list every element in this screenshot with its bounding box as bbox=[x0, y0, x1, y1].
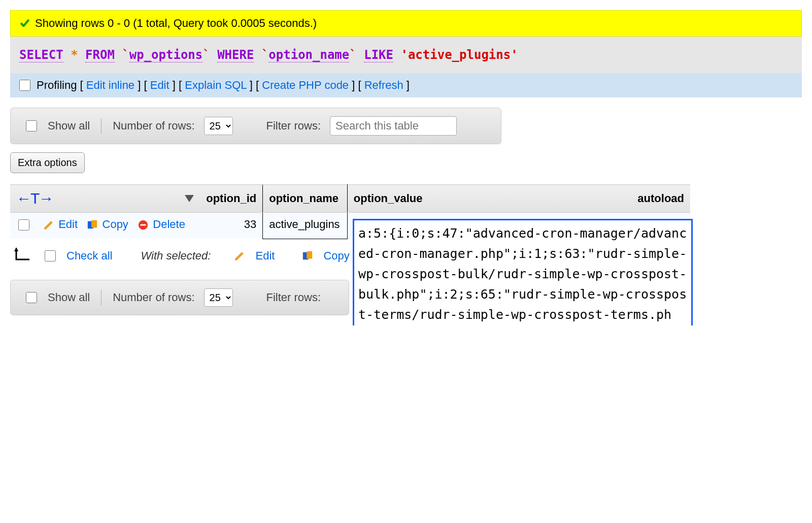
col-option-value[interactable]: option_value bbox=[347, 185, 631, 213]
sql-like: LIKE bbox=[364, 48, 393, 62]
bulk-edit-link[interactable]: Edit bbox=[255, 249, 275, 263]
row-edit-link[interactable]: Edit bbox=[58, 218, 78, 231]
bulk-row: Check all With selected: Edit Copy bbox=[10, 239, 355, 273]
edit-inline-link[interactable]: Edit inline bbox=[86, 79, 134, 91]
controls-bar-bottom: Show all Number of rows: 25 Filter rows: bbox=[10, 280, 349, 315]
sql-query[interactable]: SELECT * FROM `wp_options` WHERE `option… bbox=[10, 37, 802, 73]
profiling-label: Profiling bbox=[37, 79, 77, 92]
sql-star: * bbox=[71, 48, 78, 62]
sort-dropdown-icon[interactable] bbox=[185, 195, 194, 202]
sql-from: FROM bbox=[85, 48, 115, 62]
arrow-up-icon bbox=[13, 246, 33, 266]
show-all-checkbox-2[interactable] bbox=[26, 292, 37, 303]
bulk-copy-link[interactable]: Copy bbox=[323, 249, 349, 263]
profiling-checkbox[interactable] bbox=[19, 80, 30, 91]
divider bbox=[101, 118, 101, 134]
row-delete-link[interactable]: Delete bbox=[153, 218, 185, 231]
status-bar: Showing rows 0 - 0 (1 total, Query took … bbox=[10, 10, 802, 37]
row-checkbox[interactable] bbox=[18, 219, 29, 231]
sql-select: SELECT bbox=[19, 48, 63, 62]
num-rows-select-2[interactable]: 25 bbox=[204, 288, 233, 307]
check-all-link[interactable]: Check all bbox=[66, 249, 112, 263]
num-rows-select[interactable]: 25 bbox=[204, 117, 233, 135]
create-php-link[interactable]: Create PHP code bbox=[262, 79, 349, 91]
show-all-label: Show all bbox=[48, 119, 90, 133]
status-text: Showing rows 0 - 0 (1 total, Query took … bbox=[35, 17, 317, 30]
with-selected-label: With selected: bbox=[141, 249, 211, 263]
check-icon bbox=[20, 18, 30, 28]
cell-option-name[interactable]: active_plugins bbox=[263, 213, 348, 239]
extra-options-button[interactable]: Extra options bbox=[10, 152, 85, 173]
col-option-id[interactable]: option_id bbox=[200, 185, 262, 213]
svg-rect-3 bbox=[141, 224, 146, 226]
refresh-link[interactable]: Refresh bbox=[364, 79, 403, 91]
edit-link[interactable]: Edit bbox=[150, 79, 170, 91]
actions-header[interactable]: ←T→ bbox=[10, 185, 200, 213]
show-all-checkbox[interactable] bbox=[26, 120, 37, 132]
controls-bar-top: Show all Number of rows: 25 Filter rows: bbox=[10, 108, 501, 144]
copy-icon bbox=[87, 219, 98, 231]
filter-rows-input[interactable] bbox=[330, 116, 457, 136]
sql-where: WHERE bbox=[217, 48, 254, 62]
col-autoload[interactable]: autoload bbox=[631, 185, 690, 213]
num-rows-label-2: Number of rows: bbox=[113, 291, 194, 304]
option-value-editor[interactable]: a:5:{i:0;s:47:"advanced-cron-manager/adv… bbox=[353, 219, 693, 325]
copy-icon bbox=[302, 250, 313, 262]
option-value-text: a:5:{i:0;s:47:"advanced-cron-manager/adv… bbox=[358, 226, 687, 325]
explain-sql-link[interactable]: Explain SQL bbox=[185, 79, 246, 91]
pencil-icon bbox=[43, 219, 54, 231]
row-copy-link[interactable]: Copy bbox=[103, 218, 128, 231]
sql-column: option_name bbox=[268, 48, 349, 62]
cell-option-id[interactable]: 33 bbox=[200, 213, 262, 239]
show-all-label-2: Show all bbox=[48, 291, 90, 304]
check-all-checkbox[interactable] bbox=[45, 250, 56, 262]
sql-value: 'active_plugins' bbox=[400, 48, 518, 62]
divider bbox=[101, 290, 101, 305]
delete-icon bbox=[138, 219, 149, 231]
sql-table: wp_options bbox=[129, 48, 203, 62]
svg-rect-5 bbox=[307, 251, 313, 258]
pencil-icon bbox=[234, 250, 245, 262]
svg-rect-1 bbox=[92, 220, 97, 228]
query-actions: Profiling [ Edit inline ] [ Edit ] [ Exp… bbox=[10, 73, 802, 97]
filter-rows-label: Filter rows: bbox=[266, 119, 321, 133]
col-option-name[interactable]: option_name bbox=[263, 185, 348, 213]
filter-rows-label-2: Filter rows: bbox=[266, 291, 321, 304]
num-rows-label: Number of rows: bbox=[113, 119, 194, 133]
sort-arrows-icon: ←T→ bbox=[16, 190, 53, 207]
